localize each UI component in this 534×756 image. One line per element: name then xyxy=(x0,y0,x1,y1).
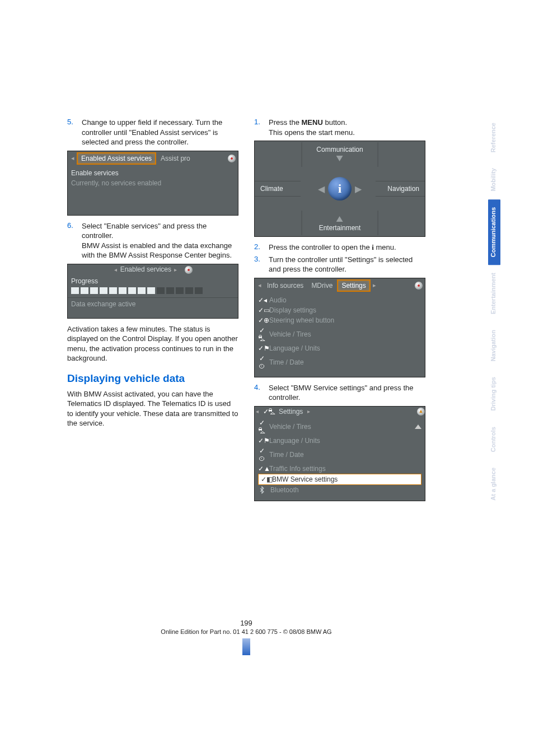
settings2-item: Time / Date xyxy=(269,451,304,459)
tab-left-arrow-icon: ◂ xyxy=(257,282,263,289)
tab-left-arrow-icon: ◂ xyxy=(70,155,76,162)
check-bmw-service-icon: ✓◧ xyxy=(261,475,269,483)
left-column: 5. Change to upper field if necessary. T… xyxy=(67,118,238,507)
step1-text2: This opens the start menu. xyxy=(269,128,355,137)
check-traffic-icon: ✓▲ xyxy=(258,465,266,473)
data-exchange-status: Data exchange active xyxy=(68,298,238,318)
step5-text: Change to upper field if necessary. Turn… xyxy=(82,118,238,147)
displaying-vehicle-data-text: With BMW Assist activated, you can have … xyxy=(67,389,238,428)
settings2-item: Language / Units xyxy=(269,437,320,445)
sidetab-controls[interactable]: Controls xyxy=(488,419,500,460)
enabled-services-title: Enabled services xyxy=(120,265,171,273)
info-icon: i xyxy=(328,177,352,200)
idrive-settings-tabs-screenshot: ◂ Info sources MDrive Settings ▸ ✓◂Audio… xyxy=(254,278,425,377)
settings-item: Time / Date xyxy=(269,358,304,366)
bmw-service-settings-selected: BMW Service settings xyxy=(272,475,338,483)
settings-item: Display settings xyxy=(269,306,316,314)
settings-item: Steering wheel button xyxy=(269,316,334,324)
idrive-knob-icon xyxy=(415,282,423,290)
step3-number: 3. xyxy=(254,255,269,274)
startmenu-entertainment: Entertainment xyxy=(302,211,378,235)
startmenu-left-arrow-icon: ◀ xyxy=(318,184,325,194)
settings2-item: Vehicle / Tires xyxy=(269,423,311,431)
settings-item: Audio xyxy=(269,296,287,304)
step2-number: 2. xyxy=(254,242,269,253)
check-vehicle-icon: ✓⛍ xyxy=(258,326,266,342)
tab-right-arrow-icon: ▸ xyxy=(372,282,377,289)
tab-info-sources: Info sources xyxy=(264,281,307,291)
no-services-line: Currently, no services enabled xyxy=(71,178,235,188)
scroll-indicator-icon xyxy=(415,424,421,429)
tab-settings: Settings xyxy=(337,279,370,292)
displaying-vehicle-data-heading: Displaying vehicle data xyxy=(67,372,238,385)
scroll-up-icon: ▲ xyxy=(417,408,425,416)
settings-title: Settings xyxy=(279,408,303,416)
step2-text-a: Press the controller to open the xyxy=(269,243,372,251)
check-time-icon: ✓⏲ xyxy=(258,447,266,463)
page-number: 199 xyxy=(67,619,425,627)
footer-bar-icon xyxy=(242,638,250,655)
bluetooth-icon xyxy=(258,486,267,494)
step3-text: Turn the controller until "Settings" is … xyxy=(269,255,425,274)
check-language-icon: ✓⚑ xyxy=(258,437,266,445)
menu-label: MENU xyxy=(302,118,323,127)
sidetab-communications[interactable]: Communications xyxy=(488,199,500,265)
edition-footer: Online Edition for Part no. 01 41 2 600 … xyxy=(67,628,425,635)
head-right-arrow-icon: ▸ xyxy=(173,267,178,273)
tab-assist-pro: Assist pro xyxy=(157,153,194,164)
idrive-enabled-assist-screenshot: ◂ Enabled Assist services Assist pro Ena… xyxy=(67,151,238,216)
check-vehicle-icon: ✓⛍ xyxy=(258,419,266,435)
check-time-icon: ✓⏲ xyxy=(258,354,266,370)
section-side-tabs: At a glance Controls Driving tips Naviga… xyxy=(488,115,500,508)
page-content: 5. Change to upper field if necessary. T… xyxy=(67,118,425,507)
startmenu-communication: Communication xyxy=(302,142,378,167)
step2-text-b: menu. xyxy=(374,243,396,251)
activation-paragraph: Activation takes a few minutes. The stat… xyxy=(67,324,238,363)
sidetab-navigation[interactable]: Navigation xyxy=(488,322,500,369)
step5-number: 5. xyxy=(67,118,82,147)
sidetab-reference[interactable]: Reference xyxy=(488,115,500,160)
bluetooth-label: Bluetooth xyxy=(270,486,299,494)
head-right-arrow-icon: ▸ xyxy=(306,408,311,414)
head-left-arrow-icon: ◂ xyxy=(113,267,118,273)
settings2-item: Traffic Info settings xyxy=(269,465,326,473)
check-display-icon: ✓▭ xyxy=(258,306,266,314)
tab-enabled-assist: Enabled Assist services xyxy=(77,152,156,165)
head-left-arrow-icon: ◂ xyxy=(255,408,260,414)
startmenu-right-arrow-icon: ▶ xyxy=(355,184,362,194)
idrive-progress-screenshot: ◂ Enabled services ▸ Progress Data excha… xyxy=(67,264,238,319)
check-language-icon: ✓⚑ xyxy=(258,344,266,352)
settings-item: Language / Units xyxy=(269,344,320,352)
sidetab-at-a-glance[interactable]: At a glance xyxy=(488,460,500,508)
progress-bar xyxy=(68,286,238,297)
idrive-bmw-service-screenshot: ◂ ✓⛍ Settings ▸ ▲ ✓⛍Vehicle / Tires ✓⚑La… xyxy=(254,406,425,501)
startmenu-navigation: Navigation xyxy=(376,181,425,197)
step1-text-b: button. xyxy=(323,118,347,127)
idrive-knob-icon xyxy=(228,155,236,162)
progress-label: Progress xyxy=(68,276,238,286)
settings-item: Vehicle / Tires xyxy=(269,330,311,338)
check-steering-icon: ✓⊕ xyxy=(258,316,266,324)
right-column: 1. Press the MENU button. This opens the… xyxy=(254,118,425,507)
step6-number: 6. xyxy=(67,221,82,260)
step1-text-a: Press the xyxy=(269,118,302,127)
idrive-knob-icon xyxy=(185,266,193,274)
tab-mdrive: MDrive xyxy=(308,281,336,291)
step4-number: 4. xyxy=(254,383,269,403)
check-audio-icon: ✓◂ xyxy=(258,296,266,304)
step6-more: BMW Assist is enabled and the data excha… xyxy=(82,241,232,260)
step4-text: Select "BMW Service settings" and press … xyxy=(269,383,425,403)
startmenu-climate: Climate xyxy=(255,181,301,197)
sidetab-entertainment[interactable]: Entertainment xyxy=(488,265,500,322)
sidetab-mobility[interactable]: Mobility xyxy=(488,160,500,199)
step1-number: 1. xyxy=(254,118,269,137)
enable-services-line: Enable services xyxy=(71,168,235,178)
idrive-start-menu-screenshot: Communication Climate ◀ i ▶ Navigation E… xyxy=(254,141,425,237)
step6-text: Select "Enable services" and press the c… xyxy=(82,222,207,240)
sidetab-driving-tips[interactable]: Driving tips xyxy=(488,369,500,419)
